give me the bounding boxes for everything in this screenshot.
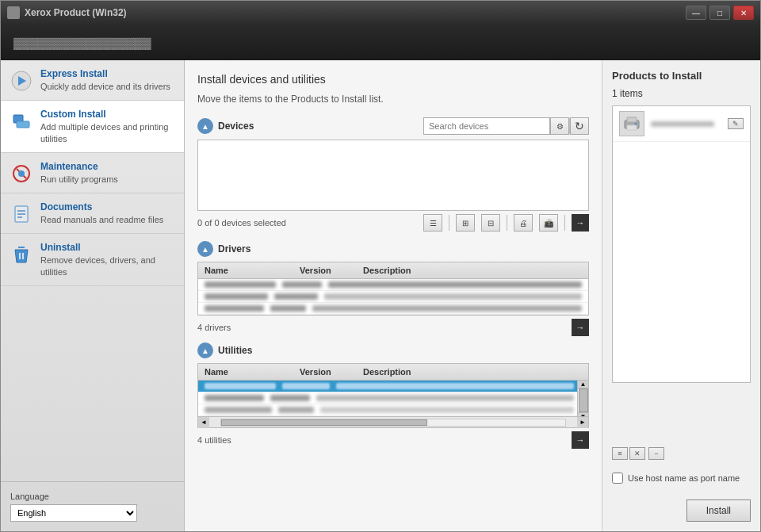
driver-desc-2 [324, 293, 582, 300]
drivers-move-button[interactable]: → [572, 319, 589, 336]
utilities-table: Name Version Description [197, 363, 589, 428]
express-install-desc: Quickly add device and its drivers [40, 81, 174, 92]
devices-chevron[interactable]: ▲ [197, 118, 213, 134]
utilities-move-button[interactable]: → [572, 431, 589, 449]
util-name-1 [205, 383, 276, 389]
drivers-col-name: Name [205, 266, 300, 275]
grid-view-button[interactable]: ⊞ [456, 214, 475, 232]
documents-desc: Read manuals and readme files [40, 214, 174, 225]
hostname-checkbox[interactable] [612, 473, 623, 484]
language-label: Language [10, 492, 174, 501]
scroll-thumb[interactable] [579, 388, 588, 412]
products-lines-button[interactable]: ≡ [612, 447, 628, 460]
maintenance-desc: Run utility programs [40, 174, 174, 185]
drivers-chevron[interactable]: ▲ [197, 241, 213, 257]
driver-ver-2 [274, 293, 318, 300]
drivers-title: Drivers [218, 243, 250, 255]
hscroll-left-button[interactable]: ◄ [198, 417, 209, 428]
printer-icon [622, 114, 641, 133]
app-logo: ▓▓▓▓▓▓▓▓▓▓▓▓▓▓▓▓▓ [13, 36, 151, 49]
utilities-scrollbar[interactable]: ▲ ▼ [577, 381, 588, 416]
express-install-title: Express Install [40, 68, 174, 79]
sidebar: Express Install Quickly add device and i… [1, 60, 185, 531]
table-row[interactable] [198, 404, 588, 416]
util-desc-1 [336, 383, 574, 389]
devices-list[interactable] [197, 140, 589, 211]
driver-ver-3 [270, 305, 306, 312]
products-minus-button[interactable]: − [648, 447, 664, 460]
uninstall-text: Uninstall Remove devices, drivers, and u… [40, 242, 174, 277]
util-ver-2 [270, 395, 310, 401]
content-main: Install devices and utilities Move the i… [185, 60, 760, 531]
search-button[interactable]: ⚙ [550, 117, 569, 135]
install-title: Install devices and utilities [197, 73, 589, 86]
driver-ver-1 [282, 281, 322, 288]
divider3 [507, 215, 507, 231]
grid-view2-button[interactable]: ⊟ [481, 214, 500, 232]
table-row[interactable] [198, 381, 588, 392]
move-to-install-button[interactable]: → [572, 214, 589, 232]
driver-name-2 [205, 293, 268, 300]
utilities-status: 4 utilities → [197, 431, 589, 449]
util-ver-3 [278, 407, 314, 413]
uninstall-desc: Remove devices, drivers, and utilities [40, 255, 174, 277]
hscroll-thumb[interactable] [221, 419, 427, 426]
refresh-button[interactable]: ↻ [570, 117, 589, 135]
custom-install-icon [10, 110, 33, 132]
custom-install-desc: Add multiple devices and printing utilit… [40, 121, 174, 144]
device-remove-button[interactable]: 📠 [539, 214, 558, 232]
close-button[interactable]: ✕ [733, 6, 754, 20]
header-bar: ▓▓▓▓▓▓▓▓▓▓▓▓▓▓▓▓▓ [1, 25, 760, 60]
main-content: Express Install Quickly add device and i… [1, 60, 760, 531]
table-row[interactable] [198, 392, 588, 404]
custom-install-text: Custom Install Add multiple devices and … [40, 109, 174, 144]
device-add-button[interactable]: 🖨 [514, 214, 533, 232]
drivers-col-desc: Description [363, 266, 582, 275]
install-button[interactable]: Install [686, 499, 751, 522]
utilities-chevron[interactable]: ▲ [197, 343, 213, 358]
devices-title: Devices [218, 121, 254, 132]
driver-desc-3 [312, 305, 582, 312]
util-desc-2 [316, 395, 574, 401]
documents-text: Documents Read manuals and readme files [40, 201, 174, 225]
hostname-label: Use host name as port name [628, 473, 740, 483]
maintenance-text: Maintenance Run utility programs [40, 161, 174, 185]
table-row[interactable] [198, 291, 588, 303]
search-input[interactable] [423, 117, 550, 135]
hscroll-right-button[interactable]: ► [577, 417, 588, 428]
scroll-down-button[interactable]: ▼ [578, 412, 589, 416]
util-name-2 [205, 395, 264, 401]
products-control-buttons: ≡ ✕ [612, 447, 645, 460]
table-row[interactable] [198, 279, 588, 291]
minimize-button[interactable]: — [686, 6, 706, 20]
util-ver-1 [282, 383, 330, 389]
scroll-up-button[interactable]: ▲ [578, 381, 589, 388]
maximize-button[interactable]: □ [709, 6, 730, 20]
driver-desc-1 [328, 281, 582, 288]
sidebar-bottom [1, 286, 184, 481]
utilities-hscrollbar[interactable]: ◄ ► [198, 416, 588, 427]
list-view-button[interactable]: ☰ [423, 214, 442, 232]
window-controls: — □ ✕ [686, 6, 754, 20]
svg-rect-14 [627, 117, 637, 122]
sidebar-item-express-install[interactable]: Express Install Quickly add device and i… [1, 60, 184, 101]
products-spacer [612, 389, 751, 441]
sidebar-item-uninstall[interactable]: Uninstall Remove devices, drivers, and u… [1, 234, 184, 286]
product-item[interactable]: ✎ [613, 106, 750, 142]
products-x-button[interactable]: ✕ [629, 447, 645, 460]
sidebar-item-custom-install[interactable]: Custom Install Add multiple devices and … [1, 101, 184, 153]
sidebar-item-maintenance[interactable]: Maintenance Run utility programs [1, 153, 184, 193]
table-row[interactable] [198, 303, 588, 315]
products-panel: Products to Install 1 items [602, 60, 760, 531]
title-bar: Xerox Product (Win32) — □ ✕ [1, 1, 760, 25]
devices-status: 0 of 0 devices selected ☰ ⊞ ⊟ 🖨 📠 → [197, 214, 589, 232]
products-toolbar: ≡ ✕ − [612, 447, 751, 460]
drivers-table: Name Version Description [197, 262, 589, 316]
uninstall-title: Uninstall [40, 242, 174, 253]
divider4 [564, 215, 565, 231]
sidebar-item-documents[interactable]: Documents Read manuals and readme files [1, 193, 184, 234]
language-section: Language English [1, 481, 184, 531]
utilities-section: ▲ Utilities Name Version Description [197, 343, 589, 449]
product-edit-button[interactable]: ✎ [728, 118, 744, 129]
language-select[interactable]: English [10, 504, 137, 522]
